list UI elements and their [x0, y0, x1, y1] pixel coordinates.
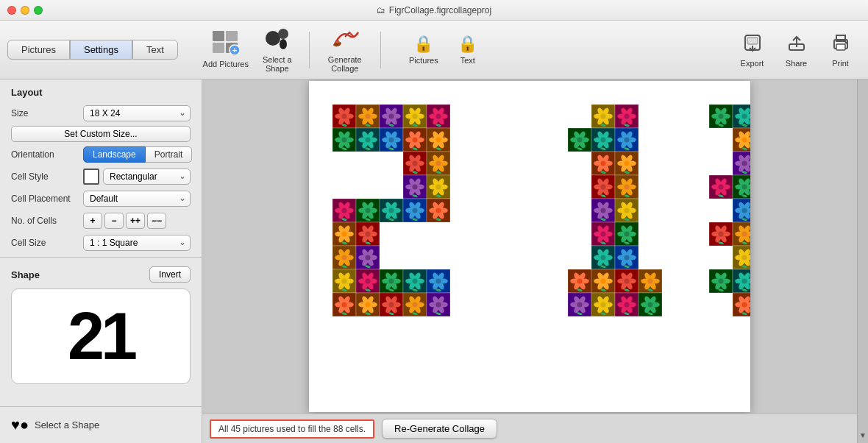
size-control: 18 X 24 [83, 105, 191, 121]
size-select-wrapper[interactable]: 18 X 24 [83, 105, 191, 121]
size-row: Size 18 X 24 [0, 102, 202, 124]
cell-style-control: Rectangular [83, 169, 191, 185]
canvas-area: All 45 pictures used to fill the 88 cell… [202, 79, 857, 443]
svg-rect-16 [836, 44, 845, 50]
cell-style-select-wrapper[interactable]: Rectangular [103, 169, 191, 185]
lock-group: 🔒 Pictures 🔒 Text [402, 35, 490, 65]
svg-rect-0 [213, 31, 224, 41]
tab-settings[interactable]: Settings [70, 40, 132, 60]
cell-size-control: 1 : 1 Square [83, 235, 191, 251]
size-label: Size [11, 108, 77, 118]
select-shape-label: Select a Shape [252, 55, 303, 73]
collage-canvas [309, 81, 750, 412]
sidebar-bottom[interactable]: ♥● Select a Shape [0, 406, 202, 443]
svg-point-7 [278, 29, 288, 39]
orientation-control: Landscape Portrait [83, 146, 192, 163]
export-label: Export [741, 59, 764, 68]
generate-collage-icon [330, 26, 360, 53]
scroll-down-arrow[interactable]: ▼ [859, 431, 867, 439]
svg-rect-11 [747, 38, 758, 44]
cell-placement-row: Cell Placement Default [0, 188, 202, 210]
shape-preview: 21 [11, 288, 191, 384]
regenerate-button[interactable]: Re-Generate Collage [382, 419, 497, 439]
cell-style-preview [83, 169, 99, 185]
select-shape-icon [264, 26, 291, 53]
tab-text[interactable]: Text [132, 40, 178, 60]
toolbar-right: Export Share Print [732, 32, 861, 68]
minimize-button[interactable] [21, 6, 29, 15]
sidebar-bottom-icon: ♥● [11, 417, 29, 433]
cell-count-plus-plus[interactable]: ++ [126, 213, 145, 229]
cell-size-row: Cell Size 1 : 1 Square [0, 232, 202, 254]
tab-group[interactable]: Pictures Settings Text [7, 40, 178, 60]
svg-point-6 [266, 31, 280, 46]
add-pictures-label: Add Pictures [203, 60, 249, 68]
cell-placement-select-wrapper[interactable]: Default [83, 191, 191, 207]
cell-size-select-wrapper[interactable]: 1 : 1 Square [83, 235, 191, 251]
pictures-lock-label: Pictures [409, 56, 438, 65]
print-label: Print [832, 59, 849, 68]
status-bar: All 45 pictures used to fill the 88 cell… [202, 414, 857, 443]
num-cells-row: No. of Cells + − ++ −− [0, 210, 202, 232]
svg-point-8 [280, 39, 287, 49]
size-select[interactable]: 18 X 24 [83, 105, 191, 121]
text-lock-button[interactable]: 🔒 Text [446, 35, 490, 65]
landscape-button[interactable]: Landscape [83, 146, 146, 163]
title-file-icon: 🗂 [377, 5, 385, 15]
cell-count-minus-minus[interactable]: −− [147, 213, 166, 229]
print-button[interactable]: Print [820, 32, 861, 68]
window-title: 🗂 FigrCollage.figrcollageproj [377, 5, 491, 15]
canvas-scroll [202, 79, 857, 414]
cell-count-minus[interactable]: − [104, 213, 124, 229]
pictures-lock-icon: 🔒 [413, 35, 433, 54]
cell-size-label: Cell Size [11, 238, 77, 248]
generate-collage-label: Generate Collage [316, 55, 374, 73]
sidebar-bottom-label: Select a Shape [35, 419, 99, 430]
text-lock-icon: 🔒 [458, 35, 477, 54]
num-cells-label: No. of Cells [11, 216, 77, 226]
pictures-lock-button[interactable]: 🔒 Pictures [402, 35, 446, 65]
export-icon [742, 32, 763, 57]
svg-rect-1 [226, 31, 238, 41]
cell-placement-select[interactable]: Default [83, 191, 191, 207]
main-area: Layout Size 18 X 24 Set Custom Size... O… [0, 79, 868, 443]
shape-title: Shape [11, 269, 40, 280]
generate-collage-button[interactable]: Generate Collage [316, 24, 374, 76]
share-button[interactable]: Share [776, 32, 817, 68]
title-bar: 🗂 FigrCollage.figrcollageproj [0, 0, 868, 21]
invert-button[interactable]: Invert [149, 266, 191, 283]
layout-header: Layout [0, 79, 202, 102]
cell-count-buttons[interactable]: + − ++ −− [83, 213, 166, 229]
maximize-button[interactable] [34, 6, 43, 15]
select-shape-button[interactable]: Select a Shape [252, 24, 303, 76]
toolbar-separator-2 [380, 32, 381, 68]
portrait-button[interactable]: Portrait [146, 146, 193, 163]
svg-text:+: + [232, 46, 237, 54]
print-icon [830, 32, 851, 57]
close-button[interactable] [7, 6, 16, 15]
svg-rect-2 [213, 43, 224, 53]
add-pictures-icon: + [213, 31, 239, 57]
shape-header: Shape Invert [11, 266, 191, 283]
cell-style-select[interactable]: Rectangular [103, 169, 191, 185]
cell-placement-control: Default [83, 191, 191, 207]
share-label: Share [786, 59, 807, 68]
add-pictures-button[interactable]: + Add Pictures [200, 24, 252, 76]
window-controls[interactable] [7, 6, 43, 15]
text-lock-label: Text [460, 56, 475, 65]
export-button[interactable]: Export [732, 32, 772, 68]
cell-count-plus[interactable]: + [83, 213, 102, 229]
num-cells-control: + − ++ −− [83, 213, 191, 229]
orientation-group[interactable]: Landscape Portrait [83, 146, 192, 163]
status-message: All 45 pictures used to fill the 88 cell… [210, 419, 374, 439]
shape-number: 21 [68, 299, 134, 375]
toolbar: Pictures Settings Text + Add Pictures [0, 21, 868, 79]
toolbar-separator-1 [309, 32, 310, 68]
cell-style-label: Cell Style [11, 171, 77, 182]
sidebar: Layout Size 18 X 24 Set Custom Size... O… [0, 79, 202, 443]
cell-size-select[interactable]: 1 : 1 Square [83, 235, 191, 251]
tab-pictures[interactable]: Pictures [7, 40, 70, 60]
custom-size-button[interactable]: Set Custom Size... [11, 126, 191, 142]
orientation-label: Orientation [11, 149, 77, 160]
right-scrollbar[interactable]: ▼ [857, 79, 868, 443]
